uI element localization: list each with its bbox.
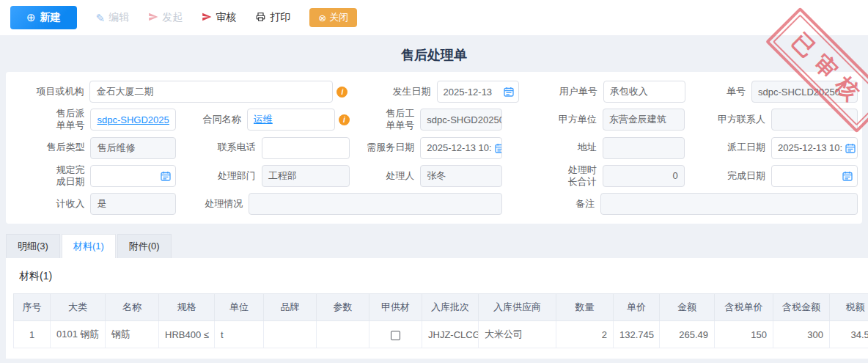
print-button[interactable]: 打印: [255, 11, 290, 24]
count-income-input[interactable]: 是: [90, 193, 176, 215]
field-label: 备注: [502, 198, 600, 210]
close-circle-icon: ⊗: [318, 12, 326, 23]
col-unit: 单位: [215, 294, 264, 321]
cell-amount: 265.49: [660, 321, 715, 348]
user-order-no-value: 承包收入: [610, 85, 648, 98]
work-order-no-input[interactable]: sdpc-SHGD202500: [420, 109, 502, 131]
field-handle-dept: 处理部门 工程部: [176, 165, 349, 187]
need-service-date-value: 2025-12-13 10:: [427, 142, 491, 153]
toolbar: ⊕新建 ✎编辑 发起 审核 打印 ⊗关闭: [0, 0, 868, 35]
user-order-no-input[interactable]: 承包收入: [603, 81, 685, 103]
col-spec: 规格: [159, 294, 215, 321]
new-button[interactable]: ⊕新建: [10, 6, 77, 29]
form-row-4: 规定完成日期 处理部门 工程部 处理人 张冬 处理时长合计 0 完成日期: [10, 164, 858, 188]
handle-dept-input[interactable]: 工程部: [262, 165, 350, 187]
handler-input[interactable]: 张冬: [420, 165, 502, 187]
occur-date-value: 2025-12-13: [444, 87, 493, 98]
pencil-icon: ✎: [96, 12, 106, 23]
field-label: 规定完成日期: [49, 164, 90, 188]
count-income-value: 是: [97, 197, 106, 210]
cell-qty: 2: [556, 321, 614, 348]
field-handler: 处理人 张冬: [350, 165, 503, 187]
col-brand: 品牌: [264, 294, 317, 321]
material-section-title: 材料(1): [13, 267, 868, 293]
field-label: 售后工单单号: [379, 108, 420, 132]
cell-tax: 34.51: [830, 321, 868, 348]
contract-name-input[interactable]: 运维: [247, 109, 335, 131]
tab-detail[interactable]: 明细(3): [6, 234, 60, 258]
initiate-button-label: 发起: [162, 11, 183, 24]
required-finish-date-input[interactable]: [90, 165, 176, 187]
edit-button-label: 编辑: [108, 11, 129, 24]
cell-seq: 1: [14, 321, 51, 348]
edit-button[interactable]: ✎编辑: [96, 11, 130, 24]
doc-no-value: sdpc-SHCLD20250: [758, 87, 840, 98]
review-button[interactable]: 审核: [202, 11, 236, 24]
field-doc-no: 单号 sdpc-SHCLD20250: [685, 81, 858, 103]
col-category: 大类: [51, 294, 106, 321]
need-service-date-input[interactable]: 2025-12-13 10:: [420, 137, 502, 159]
field-remark: 备注: [502, 193, 858, 215]
address-input[interactable]: [603, 137, 685, 159]
col-price: 单价: [614, 294, 660, 321]
project-input[interactable]: 金石大厦二期: [89, 81, 333, 103]
field-party-a-unit: 甲方单位 东营金辰建筑: [502, 109, 684, 131]
cell-name: 钢筋: [106, 321, 159, 348]
field-label: 发生日期: [347, 86, 436, 98]
owner-supplied-checkbox[interactable]: [391, 331, 400, 340]
field-required-finish-date: 规定完成日期: [10, 164, 176, 188]
duration-total-input[interactable]: 0: [603, 165, 685, 187]
party-a-unit-input[interactable]: 东营金辰建筑: [603, 109, 685, 131]
field-need-service-date: 需服务日期 2025-12-13 10:: [350, 137, 503, 159]
tab-attachment[interactable]: 附件(0): [117, 234, 172, 258]
field-label: 处理人: [350, 170, 421, 182]
field-label: 处理部门: [176, 170, 261, 182]
col-batch: 入库批次: [422, 294, 479, 321]
field-handle-status: 处理情况: [176, 193, 502, 215]
cell-amount-tax: 300: [773, 321, 830, 348]
field-service-type: 售后类型 售后维修: [10, 137, 176, 159]
remark-input[interactable]: [600, 193, 858, 215]
contract-name-link[interactable]: 运维: [254, 113, 273, 126]
close-button[interactable]: ⊗关闭: [309, 8, 357, 27]
dispatch-no-link[interactable]: sdpc-SHGD202500: [97, 114, 169, 125]
field-label: 派工日期: [685, 142, 771, 153]
calendar-icon[interactable]: [845, 143, 856, 153]
duration-total-value: 0: [672, 170, 677, 181]
handler-value: 张冬: [427, 169, 446, 183]
cell-spec: HRB400 ≤: [159, 321, 215, 348]
dispatch-date-value: 2025-12-13 10:: [778, 142, 842, 153]
calendar-icon[interactable]: [161, 171, 171, 181]
party-a-contact-input[interactable]: [771, 109, 858, 131]
finish-date-input[interactable]: [771, 165, 858, 187]
handle-status-input[interactable]: [249, 193, 502, 215]
phone-input[interactable]: [262, 137, 350, 159]
calendar-icon[interactable]: [495, 143, 503, 153]
print-button-label: 打印: [270, 11, 290, 24]
cell-owner-supplied: [369, 321, 422, 348]
occur-date-input[interactable]: 2025-12-13: [437, 81, 519, 103]
field-dispatch-no: 售后派单单号 sdpc-SHGD202500: [10, 108, 176, 132]
info-icon[interactable]: i: [336, 87, 347, 98]
calendar-icon[interactable]: [504, 87, 514, 97]
cell-category: 0101 钢筋: [51, 321, 106, 348]
field-contract-name: 合同名称 运维 i: [176, 109, 349, 131]
cell-params: [317, 321, 369, 348]
field-label: 完成日期: [685, 170, 771, 182]
material-row: 1 0101 钢筋 钢筋 HRB400 ≤ t JHJZ-CLCG 大米公司 2…: [14, 321, 868, 348]
doc-no-input[interactable]: sdpc-SHCLD20250: [751, 81, 858, 103]
service-type-value: 售后维修: [97, 142, 135, 155]
col-qty: 数量: [556, 294, 614, 321]
tab-material[interactable]: 材料(1): [62, 234, 116, 258]
col-price-tax: 含税单价: [715, 294, 773, 321]
calendar-icon[interactable]: [842, 171, 853, 181]
dispatch-date-input[interactable]: 2025-12-13 10:: [771, 137, 858, 159]
detail-tabs: 明细(3) 材料(1) 附件(0): [6, 234, 868, 258]
col-supplier: 入库供应商: [479, 294, 556, 321]
info-icon[interactable]: i: [339, 114, 350, 125]
initiate-button[interactable]: 发起: [148, 11, 183, 24]
dispatch-no-input[interactable]: sdpc-SHGD202500: [90, 109, 176, 131]
service-type-input[interactable]: 售后维修: [90, 137, 176, 159]
field-occur-date: 发生日期 2025-12-13: [347, 81, 518, 103]
col-name: 名称: [106, 294, 159, 321]
